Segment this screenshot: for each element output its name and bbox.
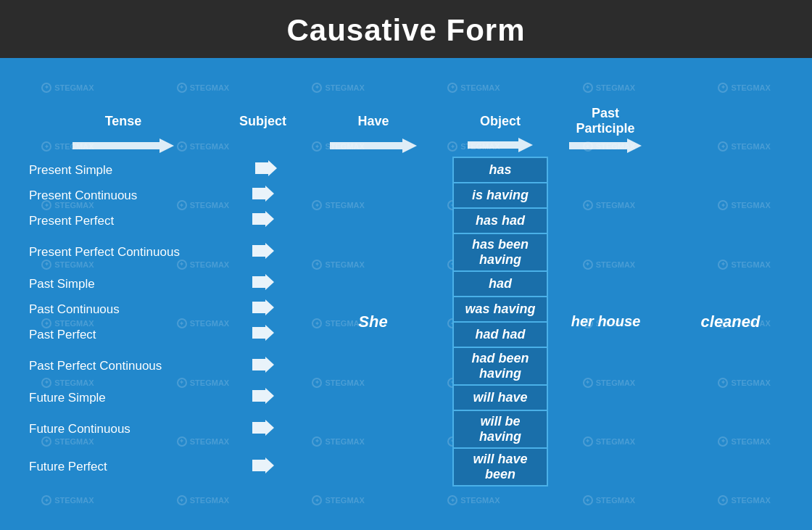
- have-cell-8: will have: [453, 385, 547, 410]
- subject-arrow: [232, 138, 294, 157]
- have-cell-7: had been having: [453, 347, 547, 385]
- have-cell-0: has: [453, 157, 547, 183]
- arrow-cell-9: [232, 410, 294, 448]
- table-container: Tense Subject Have Object PastParticiple: [0, 58, 812, 530]
- causative-table: Tense Subject Have Object PastParticiple: [14, 102, 798, 486]
- tense-cell-8: Future Simple: [14, 385, 232, 410]
- pp-arrow: [547, 138, 663, 157]
- main-content: // Generate watermark cells const wl = d…: [0, 58, 812, 530]
- pp-cell: cleaned: [663, 157, 798, 486]
- have-cell-9: will be having: [453, 410, 547, 448]
- arrow-cell-0: [232, 157, 294, 183]
- col-header-pp: PastParticiple: [547, 102, 663, 138]
- svg-marker-0: [72, 138, 174, 153]
- have-arrow: [294, 138, 453, 157]
- have-cell-1: is having: [453, 183, 547, 208]
- have-cell-2: has had: [453, 208, 547, 233]
- table-row: Present SimpleShehasher housecleaned: [14, 157, 798, 183]
- arrow-cell-3: [232, 233, 294, 271]
- arrow-cell-5: [232, 297, 294, 322]
- arrow-row: [14, 138, 798, 157]
- tense-cell-1: Present Continuous: [14, 183, 232, 208]
- subject-cell: She: [294, 157, 453, 486]
- tense-arrow: [14, 138, 232, 157]
- svg-marker-13: [252, 420, 274, 436]
- tense-cell-0: Present Simple: [14, 157, 232, 183]
- arrow-cell-8: [232, 385, 294, 410]
- svg-marker-3: [569, 138, 642, 153]
- col-header-have: Have: [294, 102, 453, 138]
- have-cell-5: was having: [453, 297, 547, 322]
- tense-cell-3: Present Perfect Continuous: [14, 233, 232, 271]
- tense-cell-2: Present Perfect: [14, 208, 232, 233]
- table-body: Present SimpleShehasher housecleanedPres…: [14, 157, 798, 486]
- tense-cell-4: Past Simple: [14, 271, 232, 297]
- arrow-cell-4: [232, 271, 294, 297]
- svg-marker-7: [252, 243, 274, 259]
- svg-marker-9: [252, 299, 274, 315]
- object-cell: her house: [547, 157, 663, 486]
- title-bar: Causative Form: [0, 0, 812, 58]
- page-title: Causative Form: [0, 13, 812, 48]
- svg-marker-6: [252, 211, 274, 227]
- svg-marker-11: [252, 357, 274, 373]
- have-cell-6: had had: [453, 322, 547, 347]
- arrow-cell-2: [232, 208, 294, 233]
- svg-marker-2: [468, 138, 533, 152]
- svg-marker-5: [252, 186, 274, 202]
- object-arrow: [453, 138, 547, 157]
- col-header-subject: Subject: [232, 102, 294, 138]
- svg-marker-1: [330, 138, 417, 153]
- svg-marker-14: [252, 457, 274, 473]
- arrow-cell-1: [232, 183, 294, 208]
- arrow-cell-6: [232, 322, 294, 347]
- col-header-object: Object: [453, 102, 547, 138]
- svg-marker-12: [252, 388, 274, 404]
- svg-marker-8: [252, 274, 274, 290]
- col-header-tense: Tense: [14, 102, 232, 138]
- svg-marker-4: [255, 160, 277, 176]
- tense-cell-7: Past Perfect Continuous: [14, 347, 232, 385]
- have-cell-4: had: [453, 271, 547, 297]
- have-cell-3: has been having: [453, 233, 547, 271]
- page-wrapper: Causative Form // Generate watermark cel…: [0, 0, 812, 530]
- have-cell-10: will have been: [453, 448, 547, 486]
- tense-cell-10: Future Perfect: [14, 448, 232, 486]
- arrow-cell-7: [232, 347, 294, 385]
- tense-cell-5: Past Continuous: [14, 297, 232, 322]
- tense-cell-6: Past Perfect: [14, 322, 232, 347]
- arrow-cell-10: [232, 448, 294, 486]
- header-row: Tense Subject Have Object PastParticiple: [14, 102, 798, 138]
- svg-marker-10: [252, 325, 274, 341]
- tense-cell-9: Future Continuous: [14, 410, 232, 448]
